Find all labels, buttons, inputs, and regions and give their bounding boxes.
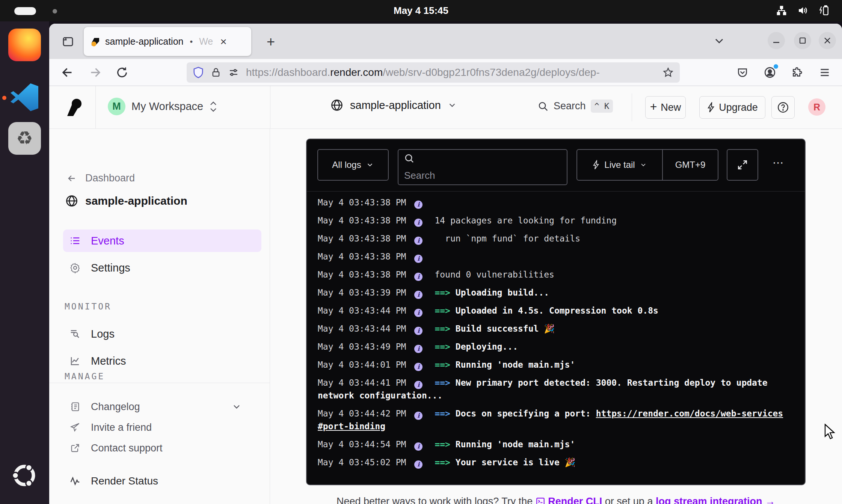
pocket-icon[interactable] (733, 63, 751, 81)
log-timestamp: May 4 03:43:38 PM (318, 234, 406, 243)
log-message: Running 'node main.mjs' (456, 439, 575, 449)
reload-button[interactable] (113, 63, 131, 81)
log-message: Deploying... (456, 342, 518, 352)
live-tail-label: Live tail (604, 160, 635, 170)
tab-close-button[interactable]: × (220, 36, 227, 47)
contact-support-label: Contact support (91, 442, 163, 454)
manage-heading: MANAGE (65, 371, 105, 381)
url-bar[interactable]: https://dashboard.render.com/web/srv-d0b… (187, 62, 680, 83)
back-button[interactable] (59, 63, 77, 81)
log-entry: May 4 03:44:42 PMi==> Docs on specifying… (318, 407, 783, 433)
live-tail-dropdown[interactable]: Live tail (577, 150, 662, 180)
browser-tab[interactable]: sample-application • We × (84, 27, 251, 56)
search-icon (537, 101, 549, 112)
metrics-label: Metrics (91, 355, 126, 367)
log-message: Running 'node main.mjs' (456, 360, 575, 370)
render-status-label: Render Status (91, 475, 158, 487)
lightning-icon (592, 160, 600, 170)
ubuntu-apps-icon[interactable] (11, 462, 38, 489)
log-timestamp: May 4 03:43:38 PM (318, 216, 406, 225)
log-timestamp: May 4 03:43:44 PM (318, 324, 406, 333)
log-timestamp: May 4 03:44:54 PM (318, 439, 406, 449)
tab-separator: • (190, 37, 193, 47)
tracking-shield-icon[interactable] (193, 66, 204, 79)
permissions-icon[interactable] (228, 67, 239, 78)
service-selector[interactable]: sample-application (330, 98, 457, 112)
log-timestamp: May 4 03:45:02 PM (318, 457, 406, 467)
firefox-view-button[interactable] (59, 33, 77, 51)
render-cli-link[interactable]: Render CLI (536, 496, 605, 504)
log-stream-integration-link[interactable]: log stream integration → (656, 496, 775, 504)
software-updater-dock-icon[interactable]: ♻ (8, 122, 41, 155)
render-header: M My Workspace sample-application (49, 86, 842, 129)
sidebar-item-changelog[interactable]: Changelog (63, 395, 261, 418)
extensions-icon[interactable] (788, 63, 806, 81)
lock-icon[interactable] (211, 67, 221, 78)
chevron-down-icon[interactable] (231, 401, 242, 412)
forward-button[interactable] (86, 63, 104, 81)
sidebar-service-name[interactable]: sample-application (65, 194, 187, 208)
log-search-input[interactable]: Search (398, 149, 567, 185)
header-divider (632, 94, 632, 121)
list-tabs-chevron-icon[interactable] (712, 34, 726, 48)
window-maximize-button[interactable] (794, 32, 811, 49)
sidebar-item-logs[interactable]: Logs (63, 323, 261, 345)
expand-logs-button[interactable] (727, 149, 758, 181)
desktop: May 4 15:45 (0, 0, 842, 504)
timezone-button[interactable]: GMT+9 (662, 150, 718, 180)
log-entry: May 4 03:43:44 PMi==> Build successful 🎉 (318, 322, 783, 335)
help-button[interactable] (771, 96, 795, 119)
upgrade-button[interactable]: Upgrade (699, 96, 765, 119)
log-timestamp: May 4 03:43:49 PM (318, 342, 406, 352)
system-clock[interactable]: May 4 15:45 (0, 5, 842, 17)
new-button[interactable]: + New (645, 96, 686, 119)
bookmark-star-icon[interactable] (662, 67, 674, 78)
menu-hamburger-icon[interactable] (816, 63, 834, 81)
sidebar-divider (49, 383, 270, 383)
log-message: Uploading build... (456, 288, 549, 297)
globe-icon (330, 98, 344, 112)
tab-title: sample-application (105, 36, 183, 47)
search-shortcut-badge: ^ K (591, 100, 613, 113)
vscode-logo-icon (11, 83, 38, 111)
pulse-icon (69, 475, 81, 487)
render-logo[interactable] (65, 98, 82, 117)
sidebar-item-contact-support[interactable]: Contact support (63, 437, 261, 459)
window-close-button[interactable] (819, 32, 836, 49)
log-message: Uploaded in 4.5s. Compression took 0.8s (456, 306, 658, 315)
terminal-icon (536, 496, 545, 504)
header-divider (95, 86, 96, 128)
log-arrow: ==> (435, 324, 450, 333)
log-entry: May 4 03:43:38 PMifound 0 vulnerabilitie… (318, 268, 783, 281)
chevron-down-icon (366, 161, 374, 169)
vscode-dock-icon[interactable] (11, 83, 38, 111)
sidebar-item-render-status[interactable]: Render Status (63, 470, 261, 492)
system-tray[interactable] (776, 5, 830, 17)
log-filter-dropdown[interactable]: All logs (317, 149, 389, 181)
events-label: Events (91, 235, 124, 247)
render-page: Dashboard sample-application (49, 129, 842, 504)
workspace-selector[interactable]: M My Workspace (108, 98, 217, 115)
running-indicator-dot (2, 96, 6, 100)
info-icon: i (414, 309, 423, 317)
log-timestamp: May 4 03:43:44 PM (318, 306, 406, 315)
sidebar-item-events[interactable]: Events (63, 229, 261, 252)
log-message: Build successful 🎉 (456, 324, 555, 333)
new-tab-button[interactable]: + (262, 33, 280, 51)
log-toolbar: All logs Search (307, 139, 805, 192)
invite-label: Invite a friend (91, 422, 152, 433)
sidebar-item-invite-a-friend[interactable]: Invite a friend (63, 416, 261, 439)
sidebar-item-settings[interactable]: Settings (63, 257, 261, 279)
url-text[interactable]: https://dashboard.render.com/web/srv-d0b… (246, 66, 656, 78)
log-entry: May 4 03:43:38 PMi (318, 250, 783, 263)
global-search[interactable]: Search ^ K (537, 100, 613, 113)
sidebar-back-to-dashboard[interactable]: Dashboard (66, 172, 135, 184)
account-icon[interactable] (761, 63, 779, 81)
window-minimize-button[interactable] (768, 32, 785, 49)
log-overflow-menu[interactable]: ⋯ (773, 156, 785, 169)
firefox-dock-icon[interactable] (8, 29, 41, 61)
user-avatar[interactable]: R (808, 98, 825, 116)
sidebar-item-metrics[interactable]: Metrics (63, 350, 261, 372)
info-icon: i (414, 412, 423, 420)
logs-footer-hint: Need better ways to work with logs? Try … (306, 496, 806, 504)
